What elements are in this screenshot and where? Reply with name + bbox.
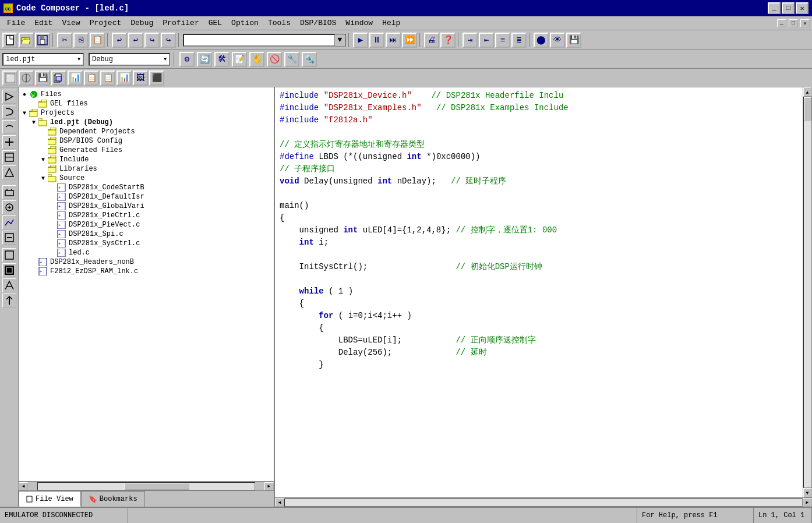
sidebar-icon-1[interactable] (2, 90, 16, 104)
scroll-right-arrow[interactable]: ▶ (264, 482, 274, 490)
tree-item-headers-nonb[interactable]: + DSP281x_Headers_nonB (21, 257, 271, 267)
file-build-button[interactable]: 📝 (232, 52, 247, 67)
scroll-track[interactable] (37, 482, 255, 490)
mdi-close[interactable]: ✕ (800, 19, 810, 27)
tree-item-ledpjt[interactable]: ▼ led.pjt (Debug) (21, 118, 271, 127)
menu-edit[interactable]: Edit (30, 17, 57, 29)
icon-btn-6[interactable]: 📋 (84, 70, 99, 86)
save-file-button[interactable] (35, 33, 50, 48)
mdi-minimize[interactable]: _ (777, 19, 786, 27)
menu-tools[interactable]: Tools (263, 17, 295, 29)
tree-item-libraries[interactable]: Libraries (21, 164, 271, 174)
icon-btn-2[interactable] (19, 70, 34, 86)
tree-item-include[interactable]: ▼ Include (21, 155, 271, 164)
search-dropdown-arrow[interactable]: ▼ (334, 34, 345, 46)
redo2-button[interactable]: ↪ (161, 33, 176, 48)
undo-button[interactable]: ↩ (112, 33, 127, 48)
watch-button[interactable]: 👁 (550, 33, 565, 48)
sidebar-icon-4[interactable] (2, 135, 16, 149)
sidebar-icon-7[interactable] (2, 185, 16, 199)
menu-window[interactable]: Window (341, 17, 377, 29)
tree-item-gel[interactable]: GEL files (21, 99, 271, 108)
tab-bookmarks[interactable]: 🔖 Bookmarks (81, 491, 145, 507)
config-button[interactable]: 🔩 (302, 52, 317, 67)
rebuild-button[interactable]: 🔄 (197, 52, 212, 67)
icon-btn-7[interactable]: 📋 (100, 70, 115, 86)
menu-option[interactable]: Option (227, 17, 263, 29)
sidebar-icon-12[interactable] (2, 263, 16, 277)
vscroll-thumb[interactable] (804, 97, 811, 121)
build-button[interactable]: ⚙ (179, 52, 195, 67)
copy-button[interactable]: ⎘ (73, 33, 89, 48)
tree-item-globalvari[interactable]: + DSP281x_GlobalVari (21, 202, 271, 211)
scroll-left-arrow[interactable]: ◀ (19, 482, 28, 490)
step-button[interactable]: ⏭ (386, 33, 401, 48)
menu-gel[interactable]: GEL (204, 17, 227, 29)
tree-item-files[interactable]: ● W Files (21, 90, 271, 99)
sidebar-icon-13[interactable] (2, 278, 16, 292)
help-button[interactable]: ❓ (440, 33, 456, 48)
menu-debug[interactable]: Debug (126, 17, 158, 29)
undo2-button[interactable]: ↩ (128, 33, 143, 48)
sidebar-icon-6[interactable] (2, 165, 16, 179)
sidebar-icon-8[interactable] (2, 200, 16, 214)
icon-btn-1[interactable]: ⬜ (2, 70, 17, 86)
format-button[interactable]: ≡ (495, 33, 510, 48)
step-over-button[interactable]: ⏩ (402, 33, 417, 48)
icon-btn-10[interactable]: ⬛ (149, 70, 164, 86)
icon-btn-4[interactable] (51, 70, 66, 86)
format2-button[interactable]: ≣ (511, 33, 527, 48)
tree-item-projects[interactable]: ▼ Projects (21, 108, 271, 118)
cut-button[interactable]: ✂ (57, 33, 72, 48)
tree-item-sysctrl[interactable]: + DSP281x_SysCtrl.c (21, 239, 271, 248)
halt-button[interactable]: ⏸ (369, 33, 384, 48)
settings-button[interactable]: 🔧 (284, 52, 299, 67)
menu-file[interactable]: File (2, 17, 30, 29)
project-dropdown[interactable]: led.pjt ▼ (2, 53, 84, 66)
sidebar-icon-2[interactable] (2, 105, 16, 119)
new-file-button[interactable] (2, 33, 17, 48)
sidebar-icon-14[interactable] (2, 294, 16, 308)
icon-btn-9[interactable]: 🖼 (133, 70, 148, 86)
paste-button[interactable]: 📋 (90, 33, 105, 48)
menu-project[interactable]: Project (85, 17, 126, 29)
sidebar-icon-10[interactable] (2, 231, 16, 245)
tree-item-ledc[interactable]: + led.c (21, 248, 271, 257)
search-input[interactable] (183, 34, 346, 47)
tree-item-source[interactable]: ▼ Source (21, 174, 271, 183)
tree-item-generated-files[interactable]: Generated Files (21, 146, 271, 155)
maximize-button[interactable]: □ (782, 2, 795, 14)
debug-build-button[interactable]: 🛠 (214, 52, 230, 67)
tree-item-defaultisr[interactable]: + DSP281x_DefaultIsr (21, 192, 271, 202)
close-button[interactable]: ✕ (796, 2, 809, 14)
vscroll-track[interactable] (803, 97, 812, 488)
hscroll-track[interactable] (284, 499, 803, 507)
stop-button[interactable]: 🚫 (267, 52, 282, 67)
tree-item-codestartb[interactable]: + DSP281x_CodeStartB (21, 183, 271, 192)
mem-button[interactable]: 💾 (566, 33, 581, 48)
sidebar-icon-3[interactable] (2, 120, 16, 134)
mdi-maximize[interactable]: □ (789, 19, 798, 27)
redo-button[interactable]: ↪ (144, 33, 160, 48)
tree-item-spi[interactable]: + DSP281x_Spi.c (21, 229, 271, 239)
sidebar-icon-5[interactable] (2, 150, 16, 164)
icon-btn-3[interactable]: 💾 (35, 70, 50, 86)
menu-view[interactable]: View (57, 17, 84, 29)
tree-item-dspbios-config[interactable]: DSP/BIOS Config (21, 136, 271, 146)
breakpoint-button[interactable]: ⬤ (534, 33, 549, 48)
print-button[interactable]: 🖨 (424, 33, 439, 48)
menu-profiler[interactable]: Profiler (158, 17, 203, 29)
scroll-thumb[interactable] (125, 483, 190, 490)
vscroll-down-arrow[interactable]: ▼ (803, 488, 811, 497)
tree-item-piectrl[interactable]: + DSP281x_PieCtrl.c (21, 211, 271, 220)
menu-dspbios[interactable]: DSP/BIOS (295, 17, 341, 29)
minimize-button[interactable]: _ (768, 2, 781, 14)
tree-item-pievect[interactable]: + DSP281x_PieVect.c (21, 220, 271, 229)
sidebar-icon-9[interactable] (2, 215, 16, 229)
vscroll-up-arrow[interactable]: ▲ (803, 87, 811, 97)
code-content[interactable]: #include "DSP281x_Device.h" // DSP281x H… (275, 87, 803, 497)
tree-item-dependent[interactable]: Dependent Projects (21, 127, 271, 136)
open-file-button[interactable] (19, 33, 34, 48)
indent-button[interactable]: ⇥ (463, 33, 478, 48)
menu-help[interactable]: Help (377, 17, 405, 29)
